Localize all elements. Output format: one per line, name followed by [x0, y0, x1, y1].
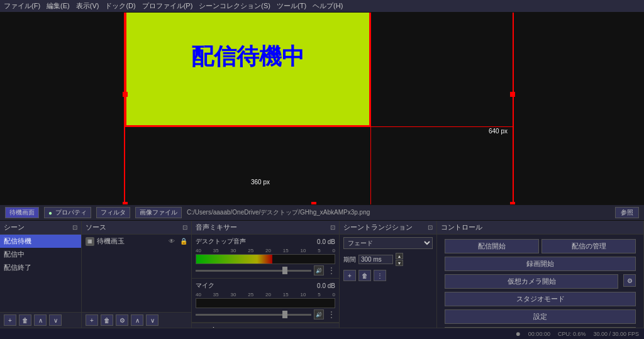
guide-v: [370, 13, 371, 204]
status-fps: 30.00 / 30.00 FPS: [593, 331, 639, 337]
audio-channel-mic: マイク 0.0 dB 4035302520151050 🔊 ⋮: [192, 279, 339, 323]
props-bar: 待機画面 ● プロパティ フィルタ 画像ファイル C:/Users/aaaab/…: [0, 204, 644, 221]
duration-up[interactable]: ▲: [396, 253, 403, 259]
source-type-icon: ▦: [86, 237, 94, 246]
audio-mic-db: 0.0 dB: [317, 282, 335, 289]
audio-mic-fader[interactable]: [196, 314, 311, 316]
handle-br[interactable]: [510, 202, 515, 205]
handle-bm[interactable]: [311, 202, 316, 205]
transitions-panel: シーントランジション ⊡ フェード 期間 ▲ ▼ + 🗑 ⋮: [340, 221, 437, 328]
menu-scene-collection[interactable]: シーンコレクション(S): [199, 1, 270, 11]
virtual-cam-settings-icon[interactable]: ⚙: [623, 274, 636, 287]
source-remove-button[interactable]: 🗑: [101, 314, 113, 326]
menu-profile[interactable]: プロファイル(P): [142, 1, 193, 11]
audio-header: 音声ミキサー ⊡: [192, 221, 339, 235]
sources-panel: ソース ⊡ ▦ 待機画玉 👁 🔒 + 🗑 ⚙ ∧ ∨: [82, 221, 192, 328]
transitions-header-icon[interactable]: ⊡: [428, 224, 433, 231]
audio-desktop-fader[interactable]: [196, 270, 311, 272]
start-stream-button[interactable]: 配信開始: [445, 239, 539, 253]
menu-help[interactable]: ヘルプ(H): [313, 1, 343, 11]
stream-row: 配信開始 配信の管理: [445, 239, 636, 255]
height-label: 360 px: [251, 179, 270, 186]
audio-desktop-db: 0.0 dB: [317, 238, 335, 245]
source-settings-button[interactable]: ⚙: [116, 314, 128, 326]
audio-header-icon[interactable]: ⊡: [330, 224, 335, 231]
audio-desktop-meter-bar: [196, 255, 272, 264]
source-add-button[interactable]: +: [86, 314, 98, 326]
scene-item-standby[interactable]: 配信待機: [0, 235, 81, 248]
handle-ml[interactable]: [123, 92, 128, 97]
scenes-header: シーン ⊡: [0, 221, 81, 235]
preview-text: 配信待機中: [191, 42, 304, 72]
audio-channel-desktop: デスクトップ音声 0.0 dB 4035302520151050 🔊 ⋮: [192, 235, 339, 279]
duration-spinners: ▲ ▼: [396, 253, 403, 266]
record-row: 録画開始: [445, 257, 636, 272]
menu-view[interactable]: 表示(V): [76, 1, 99, 11]
audio-desktop-controls: 🔊 ⋮: [196, 265, 335, 275]
menu-file[interactable]: ファイル(F): [4, 1, 40, 11]
audio-mic-scale: 4035302520151050: [196, 292, 335, 298]
audio-mic-menu[interactable]: ⋮: [328, 310, 335, 319]
status-bar: ⏺ 00:00:00 CPU: 0.6% 30.00 / 30.00 FPS: [0, 328, 644, 339]
handle-mr[interactable]: [510, 92, 515, 97]
transition-duration-row: 期間 ▲ ▼: [343, 253, 433, 266]
duration-down[interactable]: ▼: [396, 260, 403, 266]
scene-add-button[interactable]: +: [4, 314, 16, 326]
green-screen-source: 配信待機中: [125, 13, 370, 126]
browse-button[interactable]: 参照: [615, 207, 639, 218]
manage-stream-button[interactable]: 配信の管理: [541, 239, 636, 253]
source-down-button[interactable]: ∨: [146, 314, 158, 326]
scene-remove-button[interactable]: 🗑: [19, 314, 31, 326]
settings-button[interactable]: 設定: [445, 309, 636, 324]
sources-header: ソース ⊡: [82, 221, 191, 235]
scenes-footer: + 🗑 ∧ ∨: [0, 312, 81, 328]
transition-add-button[interactable]: +: [343, 270, 356, 281]
scene-down-button[interactable]: ∨: [49, 314, 62, 326]
status-time: 00:00:00: [528, 331, 550, 337]
audio-title: 音声ミキサー: [196, 223, 237, 232]
audio-desktop-mute[interactable]: 🔊: [314, 265, 324, 275]
menu-tools[interactable]: ツール(T): [277, 1, 306, 11]
sources-header-icon[interactable]: ⊡: [182, 224, 187, 231]
audio-channel-mic-header: マイク 0.0 dB: [196, 281, 335, 290]
source-lock-icon[interactable]: 🔒: [180, 238, 187, 245]
audio-desktop-menu[interactable]: ⋮: [328, 266, 335, 275]
menu-edit[interactable]: 編集(E): [47, 1, 70, 11]
studio-mode-button[interactable]: スタジオモード: [445, 292, 636, 306]
scenes-header-icon[interactable]: ⊡: [72, 224, 77, 231]
tab-scene[interactable]: 待機画面: [5, 207, 39, 218]
source-up-button[interactable]: ∧: [131, 314, 143, 326]
audio-panel: 音声ミキサー ⊡ デスクトップ音声 0.0 dB 403530252015105…: [192, 221, 340, 328]
scene-up-button[interactable]: ∧: [34, 314, 47, 326]
duration-input[interactable]: [358, 255, 393, 264]
audio-mic-mute[interactable]: 🔊: [314, 309, 324, 320]
bottom-panel: シーン ⊡ 配信待機 配信中 配信終了 + 🗑 ∧ ∨ ソース ⊡ ▦ 待機画玉…: [0, 221, 644, 328]
transition-type-select[interactable]: フェード: [343, 237, 433, 249]
tab-image-label: 画像ファイル: [140, 208, 177, 217]
audio-desktop-meter: [196, 254, 335, 264]
width-label: 640 px: [489, 128, 508, 135]
source-item[interactable]: ▦ 待機画玉 👁 🔒: [82, 235, 191, 248]
source-visibility-icon[interactable]: 👁: [169, 238, 175, 245]
audio-channel-desktop-header: デスクトップ音声 0.0 dB: [196, 237, 335, 246]
start-record-button[interactable]: 録画開始: [445, 257, 636, 271]
sources-title: ソース: [86, 223, 106, 232]
obs-canvas[interactable]: 配信待機中 640 px 360 px: [124, 13, 514, 204]
transition-remove-button[interactable]: 🗑: [358, 270, 371, 281]
tab-scene-label: 待機画面: [9, 208, 35, 217]
status-cpu: CPU: 0.6%: [558, 331, 586, 337]
scenes-title: シーン: [4, 223, 25, 232]
menu-dock[interactable]: ドック(D): [105, 1, 135, 11]
tab-image[interactable]: 画像ファイル: [135, 207, 182, 218]
transition-menu-button[interactable]: ⋮: [374, 270, 386, 281]
scene-item-end[interactable]: 配信終了: [0, 261, 81, 274]
menu-bar: ファイル(F) 編集(E) 表示(V) ドック(D) プロファイル(P) シーン…: [0, 0, 644, 13]
tab-properties[interactable]: ● プロパティ: [44, 207, 91, 218]
scenes-panel: シーン ⊡ 配信待機 配信中 配信終了 + 🗑 ∧ ∨: [0, 221, 82, 328]
tab-filter[interactable]: フィルタ: [96, 207, 130, 218]
virtual-cam-row: 仮想カメラ開始 ⚙: [445, 274, 636, 290]
handle-bl[interactable]: [123, 202, 128, 205]
settings-row: 設定: [445, 309, 636, 325]
virtual-cam-button[interactable]: 仮想カメラ開始: [445, 274, 618, 289]
scene-item-live[interactable]: 配信中: [0, 248, 81, 261]
